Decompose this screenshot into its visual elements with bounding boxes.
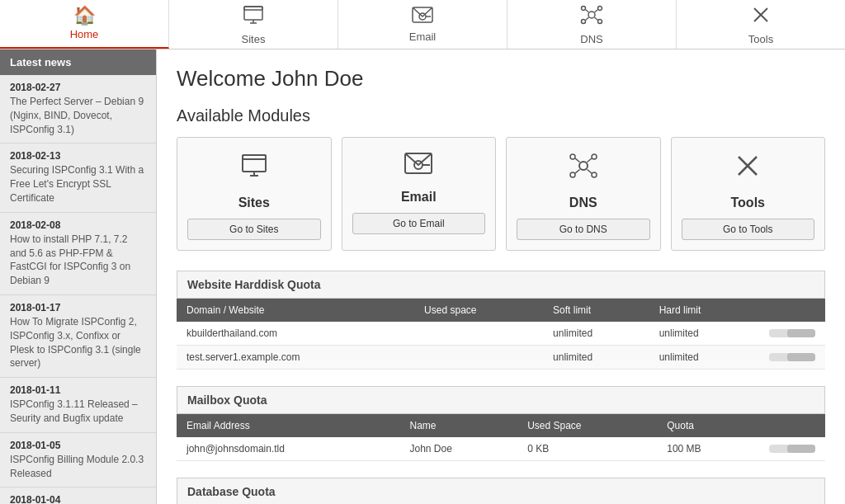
hd-scrollbar: [759, 322, 825, 346]
nav-email[interactable]: Email: [338, 0, 507, 49]
mb-name: John Doe: [399, 437, 517, 461]
dns-module-name: DNS: [569, 195, 597, 210]
svg-point-28: [570, 172, 575, 177]
svg-point-7: [588, 12, 595, 18]
svg-point-11: [598, 20, 602, 24]
nav-tools-label: Tools: [748, 33, 773, 45]
svg-point-9: [598, 7, 602, 11]
harddisk-quota-section: Website Harddisk Quota Domain / Website …: [177, 271, 825, 370]
svg-point-8: [582, 7, 586, 11]
mb-quota: 100 MB: [657, 437, 759, 461]
nav-tools[interactable]: Tools: [677, 0, 845, 49]
modules-grid: Sites Go to Sites Email Go to Email DNS …: [177, 137, 825, 251]
dns-icon: [580, 3, 603, 30]
svg-line-15: [595, 17, 598, 21]
email-module-name: Email: [401, 190, 437, 205]
news-date: 2018-01-05: [10, 440, 146, 451]
sidebar-title: Latest news: [0, 49, 156, 75]
svg-point-25: [579, 162, 588, 170]
mb-col-name: Name: [399, 414, 517, 437]
svg-point-10: [582, 20, 586, 24]
news-item[interactable]: 2018-02-27 The Perfect Server – Debian 9…: [0, 75, 156, 144]
table-row: kbuilderthailand.com unlimited unlimited: [177, 322, 825, 346]
mailbox-quota-title: Mailbox Quota: [177, 386, 825, 414]
top-nav: 🏠 Home Sites Email: [0, 0, 845, 49]
svg-line-13: [595, 10, 598, 13]
nav-home[interactable]: 🏠 Home: [0, 0, 169, 49]
tools-icon: [749, 3, 772, 30]
news-text: The Perfect Server – Debian 9 (Nginx, BI…: [10, 95, 146, 136]
svg-line-12: [586, 10, 589, 13]
nav-email-label: Email: [409, 31, 437, 43]
database-quota-title: Database Quota: [177, 478, 825, 504]
module-card-email: Email Go to Email: [342, 137, 497, 251]
svg-point-27: [592, 154, 597, 159]
news-date: 2018-01-04: [10, 494, 146, 504]
news-item[interactable]: 2018-02-13 Securing ISPConfig 3.1 With a…: [0, 144, 156, 212]
svg-rect-0: [244, 7, 262, 20]
nav-dns[interactable]: DNS: [507, 0, 677, 49]
sites-module-name: Sites: [238, 195, 270, 210]
hd-col-soft: Soft limit: [543, 299, 649, 322]
news-date: 2018-02-27: [10, 82, 146, 93]
news-date: 2018-01-11: [10, 384, 146, 396]
news-item[interactable]: 2018-01-11 ISPConfig 3.1.11 Released – S…: [0, 378, 156, 433]
database-quota-section: Database Quota Database Name Used Space …: [177, 478, 825, 504]
modules-title: Available Modules: [177, 106, 825, 125]
nav-sites[interactable]: Sites: [169, 0, 338, 49]
tools-go-button[interactable]: Go to Tools: [682, 219, 815, 240]
svg-line-14: [586, 17, 589, 21]
news-text: ISPConfig Billing Module 2.0.3 Released: [10, 453, 146, 481]
news-text: Securing ISPConfig 3.1 With a Free Let's…: [10, 163, 146, 205]
email-icon: [411, 6, 434, 27]
home-icon: 🏠: [73, 7, 96, 25]
news-list: 2018-02-27 The Perfect Server – Debian 9…: [0, 75, 156, 504]
news-text: How To Migrate ISPConfig 2, ISPConfig 3.…: [10, 315, 146, 370]
module-card-dns: DNS Go to DNS: [506, 137, 661, 251]
news-date: 2018-01-17: [10, 302, 146, 313]
hd-col-hard: Hard limit: [649, 299, 759, 322]
svg-rect-18: [243, 155, 266, 172]
tools-module-icon: [733, 151, 762, 187]
news-date: 2018-02-08: [10, 219, 146, 231]
svg-point-29: [592, 172, 597, 177]
hd-soft: unlimited: [543, 346, 649, 370]
welcome-title: Welcome John Doe: [177, 66, 825, 92]
hd-col-domain: Domain / Website: [177, 299, 414, 322]
svg-rect-19: [243, 155, 266, 159]
nav-home-label: Home: [70, 28, 99, 40]
hd-col-used: Used space: [414, 299, 543, 322]
news-item[interactable]: 2018-02-08 How to install PHP 7.1, 7.2 a…: [0, 213, 156, 295]
hd-used: [414, 346, 543, 370]
mb-email: john@johnsdomain.tld: [177, 437, 399, 461]
svg-rect-1: [244, 7, 262, 10]
sites-go-button[interactable]: Go to Sites: [187, 219, 321, 240]
email-go-button[interactable]: Go to Email: [352, 213, 486, 234]
module-card-tools: Tools Go to Tools: [671, 137, 826, 251]
email-module-icon: [404, 151, 433, 181]
hd-domain: test.server1.example.com: [177, 346, 414, 370]
mailbox-quota-section: Mailbox Quota Email Address Name Used Sp…: [177, 386, 825, 461]
sites-icon: [242, 3, 265, 30]
table-row: test.server1.example.com unlimited unlim…: [177, 346, 825, 370]
mb-scrollbar: [759, 437, 825, 461]
harddisk-quota-title: Website Harddisk Quota: [177, 271, 825, 299]
dns-module-icon: [569, 151, 598, 187]
svg-line-31: [587, 158, 592, 163]
news-date: 2018-02-13: [10, 150, 146, 162]
news-item[interactable]: 2018-01-05 ISPConfig Billing Module 2.0.…: [0, 433, 156, 488]
news-text: How to install PHP 7.1, 7.2 and 5.6 as P…: [10, 233, 146, 288]
hd-soft: unlimited: [543, 322, 649, 346]
news-text: ISPConfig 3.1.11 Released – Seurity and …: [10, 398, 146, 426]
dns-go-button[interactable]: Go to DNS: [517, 219, 650, 240]
news-item[interactable]: 2018-01-04 ISPConfig Migration Toolkit 2…: [0, 488, 156, 504]
tools-module-name: Tools: [731, 195, 765, 210]
nav-dns-label: DNS: [580, 33, 602, 45]
table-row: john@johnsdomain.tld John Doe 0 KB 100 M…: [177, 437, 825, 461]
hd-scrollbar: [759, 346, 825, 370]
mb-col-quota: Quota: [657, 414, 759, 437]
mb-col-used: Used Space: [517, 414, 657, 437]
news-item[interactable]: 2018-01-17 How To Migrate ISPConfig 2, I…: [0, 295, 156, 378]
module-card-sites: Sites Go to Sites: [177, 137, 332, 251]
hd-domain: kbuilderthailand.com: [177, 322, 414, 346]
